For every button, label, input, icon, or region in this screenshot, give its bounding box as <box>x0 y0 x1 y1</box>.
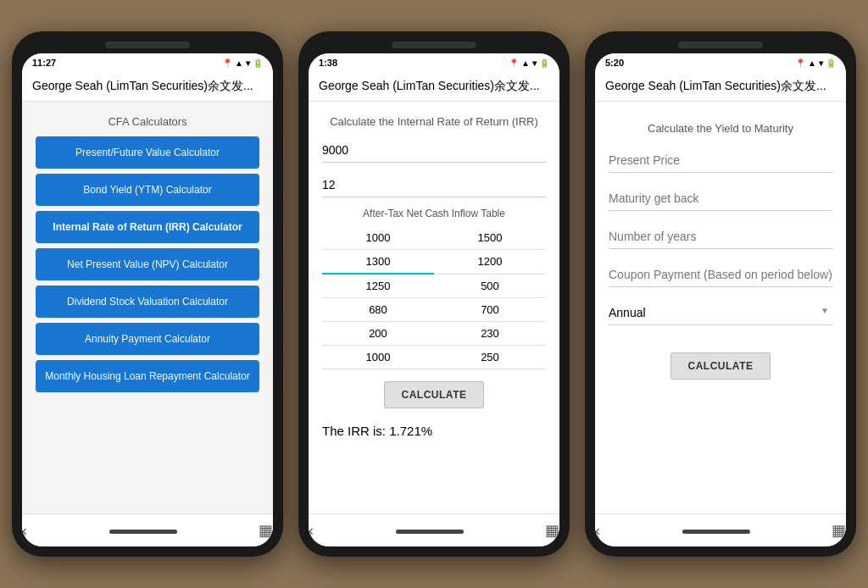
home-indicator-3[interactable] <box>682 530 750 534</box>
table-row: 1000 250 <box>322 346 546 369</box>
btn-bond-yield[interactable]: Bond Yield (YTM) Calculator <box>36 174 259 206</box>
table-row: 1000 1500 <box>322 226 546 250</box>
bottom-nav-1: ‹ ▦ <box>22 513 273 546</box>
cell-1-2: 1500 <box>434 226 546 250</box>
back-icon-3[interactable]: ‹ <box>595 522 600 540</box>
location-icon-2: 📍 <box>509 58 519 68</box>
status-icons-1: 📍 ▲ ▾ 🔋 <box>222 58 263 68</box>
table-row: 200 230 <box>322 322 546 346</box>
ytm-maturity-getback[interactable] <box>609 186 832 211</box>
phone-1: 11:27 📍 ▲ ▾ 🔋 George Seah (LimTan Securi… <box>12 31 283 557</box>
signal-icon-2: ▲ <box>521 58 530 68</box>
btn-housing-loan[interactable]: Monthly Housing Loan Repayment Calculato… <box>36 360 259 392</box>
battery-icon: 🔋 <box>253 58 263 68</box>
cell-2-1: 1300 <box>322 250 434 275</box>
period-dropdown[interactable]: Annual Semi-Annual Quarterly Monthly <box>609 301 832 325</box>
battery-icon-3: 🔋 <box>826 58 836 68</box>
status-icons-2: 📍 ▲ ▾ 🔋 <box>509 58 549 68</box>
status-bar-2: 1:38 📍 ▲ ▾ 🔋 <box>309 53 559 72</box>
status-icons-3: 📍 ▲ ▾ 🔋 <box>795 58 836 68</box>
recents-icon-1[interactable]: ▦ <box>259 521 273 540</box>
bottom-nav-2: ‹ ▦ <box>309 513 559 546</box>
app-title-1: George Seah (LimTan Securities)余文发... <box>32 79 263 94</box>
app-title-3: George Seah (LimTan Securities)余文发... <box>605 79 836 94</box>
recents-icon-2[interactable]: ▦ <box>545 521 559 540</box>
cell-5-2: 230 <box>434 322 546 346</box>
wifi-icon-2: ▾ <box>532 58 537 68</box>
cell-4-1: 680 <box>322 298 434 322</box>
cell-3-1: 1250 <box>322 274 434 298</box>
period-dropdown-wrapper: Annual Semi-Annual Quarterly Monthly <box>609 301 832 339</box>
btn-annuity[interactable]: Annuity Payment Calculator <box>36 323 259 355</box>
btn-npv[interactable]: Net Present Value (NPV) Calculator <box>36 248 259 280</box>
app-header-3: George Seah (LimTan Securities)余文发... <box>595 72 846 102</box>
cell-3-2: 500 <box>434 274 546 298</box>
irr-content: Calculate the Internal Rate of Return (I… <box>309 102 559 513</box>
phone-3-notch <box>678 42 763 48</box>
phone-1-screen: 11:27 📍 ▲ ▾ 🔋 George Seah (LimTan Securi… <box>22 53 273 546</box>
ytm-num-years[interactable] <box>609 225 832 249</box>
btn-present-future[interactable]: Present/Future Value Calculator <box>36 136 259 169</box>
bottom-nav-3: ‹ ▦ <box>595 513 846 546</box>
table-row-highlight: 1300 1200 <box>322 250 546 275</box>
phone-2-notch <box>392 42 476 48</box>
phones-container: 11:27 📍 ▲ ▾ 🔋 George Seah (LimTan Securi… <box>3 23 865 565</box>
table-row: 680 700 <box>322 298 546 322</box>
btn-irr[interactable]: Internal Rate of Return (IRR) Calculator <box>36 211 259 243</box>
cell-1-1: 1000 <box>322 226 434 250</box>
irr-title: Calculate the Internal Rate of Return (I… <box>322 115 546 128</box>
irr-calculate-button[interactable]: CALCULATE <box>384 381 485 408</box>
irr-input-2[interactable] <box>322 173 546 197</box>
irr-input-1[interactable] <box>322 138 546 163</box>
cell-6-1: 1000 <box>322 346 434 369</box>
wifi-icon-3: ▾ <box>819 58 823 68</box>
btn-dividend[interactable]: Dividend Stock Valuation Calculator <box>36 286 259 318</box>
cash-table-title: After-Tax Net Cash Inflow Table <box>322 208 546 219</box>
app-header-2: George Seah (LimTan Securities)余文发... <box>309 72 559 102</box>
cash-inflow-table: 1000 1500 1300 1200 1250 500 680 <box>322 226 546 369</box>
ytm-calculate-button[interactable]: CALCULATE <box>670 352 771 380</box>
phone-2: 1:38 📍 ▲ ▾ 🔋 George Seah (LimTan Securit… <box>298 31 570 557</box>
app-content-1: CFA Calculators Present/Future Value Cal… <box>22 102 273 513</box>
cell-4-2: 700 <box>434 298 546 322</box>
ytm-content: Calculate the Yield to Maturity Annual S… <box>595 102 846 513</box>
phone-1-notch <box>105 42 190 48</box>
ytm-present-price[interactable] <box>609 148 832 173</box>
home-indicator-1[interactable] <box>109 530 177 534</box>
back-icon-1[interactable]: ‹ <box>22 522 27 540</box>
ytm-coupon-payment[interactable] <box>609 263 832 287</box>
signal-icon-3: ▲ <box>808 58 816 68</box>
app-title-2: George Seah (LimTan Securities)余文发... <box>319 79 549 94</box>
phone-2-screen: 1:38 📍 ▲ ▾ 🔋 George Seah (LimTan Securit… <box>309 53 559 546</box>
status-time-1: 11:27 <box>32 58 56 68</box>
status-bar-3: 5:20 📍 ▲ ▾ 🔋 <box>595 53 846 72</box>
battery-icon-2: 🔋 <box>539 58 549 68</box>
ytm-title: Calculate the Yield to Maturity <box>609 122 832 135</box>
app-header-1: George Seah (LimTan Securities)余文发... <box>22 72 273 102</box>
location-icon-3: 📍 <box>795 58 805 68</box>
back-icon-2[interactable]: ‹ <box>309 522 314 540</box>
irr-result: The IRR is: 1.721% <box>322 420 546 441</box>
status-bar-1: 11:27 📍 ▲ ▾ 🔋 <box>22 53 273 72</box>
cfa-section-title: CFA Calculators <box>22 102 273 136</box>
phone-3: 5:20 📍 ▲ ▾ 🔋 George Seah (LimTan Securit… <box>585 31 856 557</box>
cell-2-2: 1200 <box>434 250 546 275</box>
wifi-icon: ▾ <box>246 58 250 68</box>
home-indicator-2[interactable] <box>396 530 464 534</box>
cell-5-1: 200 <box>322 322 434 346</box>
status-time-2: 1:38 <box>319 58 337 68</box>
recents-icon-3[interactable]: ▦ <box>832 521 846 540</box>
calc-buttons-list: Present/Future Value Calculator Bond Yie… <box>22 136 273 406</box>
phone-3-screen: 5:20 📍 ▲ ▾ 🔋 George Seah (LimTan Securit… <box>595 53 846 546</box>
signal-icon: ▲ <box>235 58 243 68</box>
location-icon: 📍 <box>222 58 232 68</box>
cell-6-2: 250 <box>434 346 546 369</box>
table-row: 1250 500 <box>322 274 546 298</box>
status-time-3: 5:20 <box>605 58 624 68</box>
